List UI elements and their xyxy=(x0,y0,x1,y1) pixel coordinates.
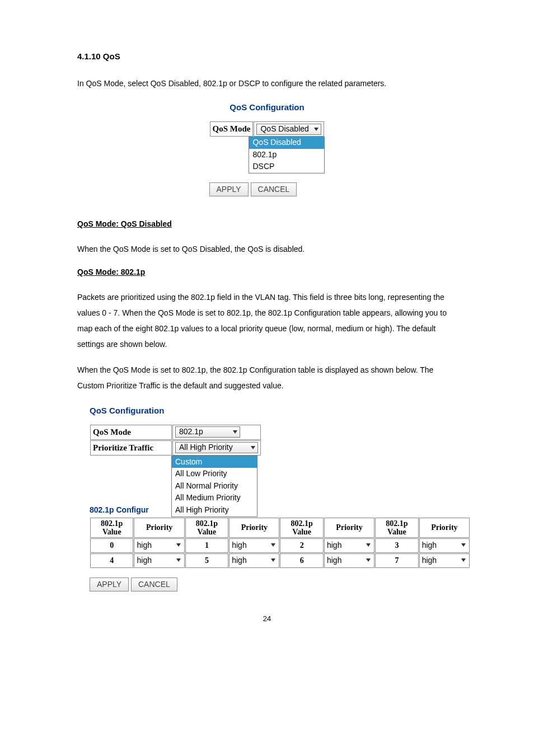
qos-8021p-text2: When the QoS Mode is set to 802.1p, the … xyxy=(77,362,457,393)
chevron-down-icon xyxy=(176,558,181,562)
chevron-down-icon xyxy=(271,543,275,547)
cancel-button-2[interactable]: CANCEL xyxy=(131,577,177,592)
priority-select[interactable]: high xyxy=(324,553,374,568)
value-cell: 3 xyxy=(375,538,418,553)
priority-select[interactable]: high xyxy=(134,538,184,553)
qos-mode-label-1: QoS Mode xyxy=(210,121,254,137)
qos-mode-option-disabled[interactable]: QoS Disabled xyxy=(249,137,324,149)
table-row: 0 high 1 high 2 high 3 high xyxy=(90,538,470,553)
qos-8021p-heading: QoS Mode: 802.1p xyxy=(77,267,457,278)
col-priority: Priority xyxy=(324,518,374,538)
apply-button-1[interactable]: APPLY xyxy=(209,182,249,197)
intro-paragraph: In QoS Mode, select QoS Disabled, 802.1p… xyxy=(77,76,457,91)
prioritize-dropdown-list: Custom All Low Priority All Normal Prior… xyxy=(171,456,257,517)
col-8021p-value: 802.1pValue xyxy=(375,518,418,538)
priority-select[interactable]: high xyxy=(229,538,279,553)
chevron-down-icon xyxy=(176,543,181,547)
qos-mode-select-cell-1: QoS Disabled xyxy=(254,121,324,137)
value-cell: 7 xyxy=(375,553,418,568)
section-heading: 4.1.10 QoS xyxy=(77,50,457,62)
8021p-config-table: 802.1pValue Priority 802.1pValue Priorit… xyxy=(90,517,470,569)
cancel-button-1[interactable]: CANCEL xyxy=(251,182,297,197)
qos-mode-dropdown-list: QoS Disabled 802.1p DSCP xyxy=(249,137,325,173)
qos-mode-option-8021p[interactable]: 802.1p xyxy=(249,149,324,161)
8021p-config-subtitle: 802.1p Configur xyxy=(90,505,149,516)
qos-mode-select-1[interactable]: QoS Disabled xyxy=(256,124,321,135)
chevron-down-icon xyxy=(461,543,466,547)
priority-select[interactable]: high xyxy=(229,553,279,568)
prioritize-traffic-select-text: All High Priority xyxy=(179,442,247,453)
qos-mode-select-cell-2: 802.1p xyxy=(172,425,261,440)
qos-mode-select-1-text: QoS Disabled xyxy=(260,124,311,135)
qos-disabled-text: When the QoS Mode is set to QoS Disabled… xyxy=(77,241,457,257)
value-cell: 1 xyxy=(185,538,228,553)
chevron-down-icon xyxy=(314,128,318,131)
prioritize-traffic-select[interactable]: All High Priority xyxy=(175,442,258,453)
value-cell: 6 xyxy=(280,553,323,568)
qos-disabled-heading: QoS Mode: QoS Disabled xyxy=(77,219,457,230)
priority-select[interactable]: high xyxy=(324,538,374,553)
col-8021p-value: 802.1pValue xyxy=(280,518,323,538)
priority-select[interactable]: high xyxy=(419,553,470,568)
qos-mode-table-2: QoS Mode 802.1p Prioritize Traffic All H… xyxy=(90,424,261,456)
prioritize-traffic-label: Prioritize Traffic xyxy=(90,440,172,456)
col-priority: Priority xyxy=(134,518,184,538)
qos-config-title-1: QoS Configuration xyxy=(209,101,325,113)
priority-select[interactable]: high xyxy=(134,553,184,568)
prioritize-option-high[interactable]: All High Priority xyxy=(172,504,257,516)
prioritize-option-custom[interactable]: Custom xyxy=(172,456,257,468)
priority-select[interactable]: high xyxy=(419,538,470,553)
qos-config-title-2: QoS Configuration xyxy=(90,405,457,416)
chevron-down-icon xyxy=(233,430,237,434)
apply-button-2[interactable]: APPLY xyxy=(90,577,129,592)
col-priority: Priority xyxy=(419,518,470,538)
qos-mode-select-2[interactable]: 802.1p xyxy=(175,426,240,438)
qos-mode-option-dscp[interactable]: DSCP xyxy=(249,161,324,173)
prioritize-traffic-select-cell: All High Priority xyxy=(172,440,261,456)
value-cell: 2 xyxy=(280,538,323,553)
value-cell: 5 xyxy=(185,553,228,568)
qos-mode-table-1: QoS Mode QoS Disabled xyxy=(209,121,325,137)
col-priority: Priority xyxy=(229,518,279,538)
prioritize-option-normal[interactable]: All Normal Priority xyxy=(172,480,257,492)
prioritize-option-low[interactable]: All Low Priority xyxy=(172,468,257,480)
chevron-down-icon xyxy=(461,558,466,562)
value-cell: 0 xyxy=(90,538,133,553)
chevron-down-icon xyxy=(366,558,371,562)
prioritize-option-medium[interactable]: All Medium Priority xyxy=(172,492,257,504)
col-8021p-value: 802.1pValue xyxy=(90,518,133,538)
qos-mode-select-2-text: 802.1p xyxy=(179,426,229,438)
chevron-down-icon xyxy=(366,543,371,547)
chevron-down-icon xyxy=(251,446,255,449)
table-row: 4 high 5 high 6 high 7 high xyxy=(90,553,470,568)
qos-8021p-text1: Packets are prioritized using the 802.1p… xyxy=(77,289,457,352)
col-8021p-value: 802.1pValue xyxy=(185,518,228,538)
chevron-down-icon xyxy=(271,558,275,562)
value-cell: 4 xyxy=(90,553,133,568)
page-number: 24 xyxy=(77,614,457,624)
qos-mode-label-2: QoS Mode xyxy=(90,425,172,440)
